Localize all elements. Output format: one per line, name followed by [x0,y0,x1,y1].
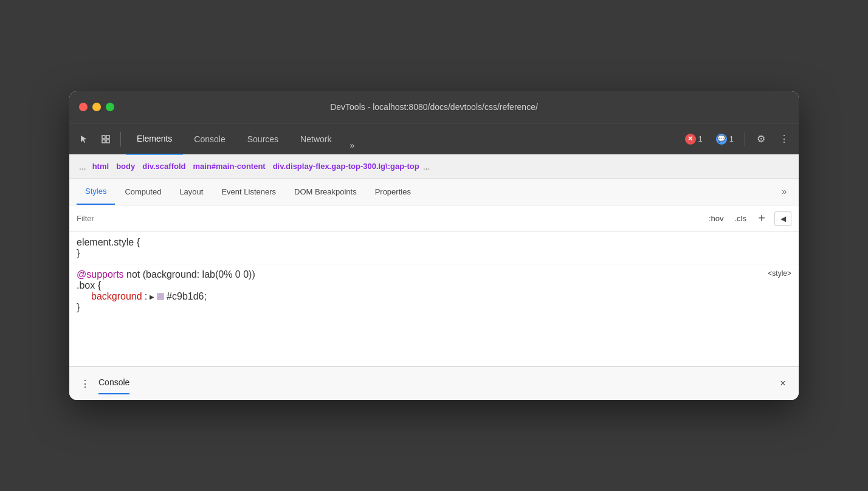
tab-console[interactable]: Console [183,123,236,155]
color-swatch[interactable] [157,293,164,300]
error-badge-button[interactable]: ✕ 1 [680,131,708,147]
svg-rect-2 [102,140,105,143]
toolbar-divider [120,132,121,146]
breadcrumb-more[interactable]: ... [423,162,430,171]
console-more-button[interactable]: ⋮ [77,375,94,392]
css-color-value: #c9b1d6; [167,291,207,302]
add-rule-button[interactable]: + [755,212,768,225]
tab-network[interactable]: Network [289,123,342,155]
main-toolbar: Elements Console Sources Network » ✕ 1 💬 [69,123,799,154]
tab-styles[interactable]: Styles [77,178,115,205]
breadcrumb-div[interactable]: div.display-flex.gap-top-300.lg\:gap-top [273,162,419,171]
css-at-value: not (background: lab(0% 0 0)) [126,269,255,280]
panel-tabs-more[interactable]: » [777,178,791,205]
console-close-button[interactable]: × [774,375,791,392]
breadcrumb-bar: ... html body div.scaffold main#main-con… [69,154,799,179]
css-source-link[interactable]: <style> [768,269,791,280]
css-property-name: background [91,291,142,302]
cls-toggle[interactable]: .cls [732,213,749,224]
error-count: 1 [698,134,703,143]
collapse-button[interactable]: ◀ [774,211,791,226]
tab-dom-breakpoints[interactable]: DOM Breakpoints [286,178,365,205]
tab-properties[interactable]: Properties [367,178,419,205]
close-button[interactable] [79,103,88,111]
tab-sources[interactable]: Sources [236,123,289,155]
console-panel: ⋮ Console × [69,366,799,400]
window-title: DevTools - localhost:8080/docs/devtools/… [330,102,538,112]
toolbar-tabs: Elements Console Sources Network » [126,123,678,155]
css-line-close-brace2: } [77,302,791,313]
css-line-close-brace: } [77,248,791,259]
devtools-window: DevTools - localhost:8080/docs/devtools/… [69,91,799,400]
more-options-button[interactable]: ⋮ [774,129,794,149]
console-tab-label[interactable]: Console [98,377,129,390]
titlebar: DevTools - localhost:8080/docs/devtools/… [69,91,799,123]
tab-layout[interactable]: Layout [171,178,212,205]
minimize-button[interactable] [92,103,101,111]
filter-actions: :hov .cls + ◀ [706,211,791,226]
error-icon: ✕ [685,134,696,145]
css-block-element-style: element.style { } [69,232,799,264]
filter-input[interactable] [77,214,701,223]
tabs-more-button[interactable]: » [342,136,362,155]
css-at-rule: @supports [77,269,124,280]
toolbar-right-divider [745,132,745,146]
css-block-supports-header: @supports not (background: lab(0% 0 0)) … [77,269,791,280]
traffic-lights [79,103,114,111]
message-badge-button[interactable]: 💬 1 [711,131,739,147]
toolbar-right: ✕ 1 💬 1 ⚙ ⋮ [680,129,794,149]
panel-tabs: Styles Computed Layout Event Listeners D… [69,179,799,205]
css-property-background: background : ▶ #c9b1d6; [77,291,791,302]
message-icon: 💬 [716,134,727,145]
css-block-supports: @supports not (background: lab(0% 0 0)) … [69,264,799,318]
hov-toggle[interactable]: :hov [706,213,726,224]
settings-button[interactable]: ⚙ [751,129,771,149]
breadcrumb-expand[interactable]: ... [77,160,89,173]
css-line-selector: element.style { [77,237,791,248]
breadcrumb-body[interactable]: body [116,162,135,171]
color-expand-arrow[interactable]: ▶ [150,294,154,300]
message-count: 1 [729,134,734,143]
tab-event-listeners[interactable]: Event Listeners [213,178,284,205]
tab-computed[interactable]: Computed [116,178,170,205]
css-content-area: element.style { } @supports not (backgro… [69,232,799,366]
tab-elements[interactable]: Elements [126,123,183,155]
breadcrumb-scaffold[interactable]: div.scaffold [142,162,185,171]
svg-rect-3 [106,140,109,143]
cursor-icon-btn[interactable] [74,129,94,149]
maximize-button[interactable] [106,103,114,111]
svg-rect-1 [106,136,109,139]
breadcrumb-html[interactable]: html [92,162,109,171]
inspect-icon-btn[interactable] [96,129,115,149]
svg-rect-0 [102,136,105,139]
main-content: ... html body div.scaffold main#main-con… [69,154,799,400]
css-line-box-selector: .box { [77,280,791,291]
filter-bar: :hov .cls + ◀ [69,205,799,232]
breadcrumb-main[interactable]: main#main-content [193,162,265,171]
